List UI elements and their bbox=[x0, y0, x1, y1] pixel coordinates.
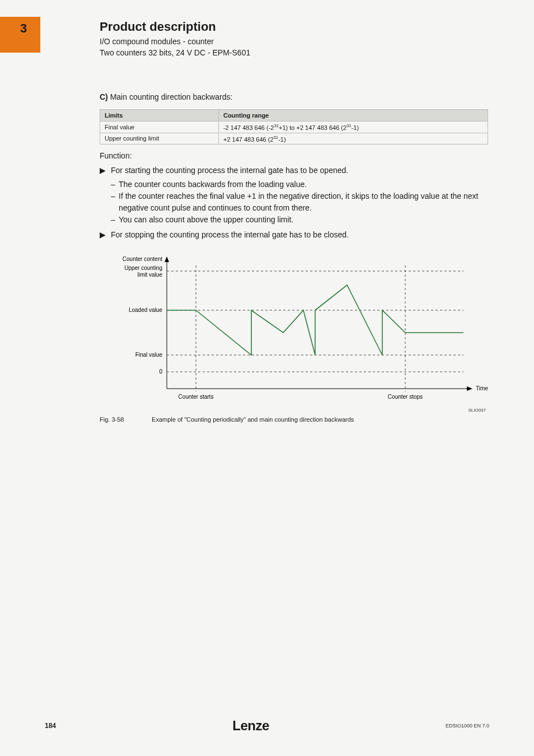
bullet-list: ▶ For starting the counting process the … bbox=[100, 165, 488, 241]
section-c-prefix: C) bbox=[100, 92, 108, 101]
x-axis-title: Time bbox=[476, 385, 488, 391]
page-header: Product description I/O compound modules… bbox=[100, 20, 250, 58]
brand-logo: Lenze bbox=[232, 718, 269, 734]
page-title: Product description bbox=[100, 20, 250, 34]
y-axis-title: Counter content bbox=[123, 256, 162, 262]
page-subtitle-1: I/O compound modules - counter bbox=[100, 36, 250, 48]
x-event-label: Counter stops bbox=[388, 394, 423, 400]
page-number: 184 bbox=[45, 722, 56, 730]
figure-code: SLIO037 bbox=[100, 408, 488, 413]
figure-caption: Fig. 3-58 Example of "Counting periodica… bbox=[100, 416, 488, 423]
chapter-number: 3 bbox=[20, 21, 27, 36]
cell-limit: Upper counting limit bbox=[100, 133, 219, 144]
page-footer: 184 Lenze EDSIO1000 EN 7.0 bbox=[0, 718, 534, 734]
x-event-label: Counter starts bbox=[179, 394, 214, 400]
dash-icon: – bbox=[111, 190, 119, 214]
cell-range: -2 147 483 646 (-231+1) to +2 147 483 64… bbox=[218, 122, 488, 133]
figure-wrap: Counter content Upper counting limit val… bbox=[100, 249, 488, 423]
table-row: Upper counting limit +2 147 483 646 (231… bbox=[100, 133, 488, 144]
y-tick-label: Upper counting bbox=[124, 265, 162, 271]
sub-bullet-text: The counter counts backwards from the lo… bbox=[119, 179, 307, 190]
sub-bullet-text: If the counter reaches the final value +… bbox=[119, 190, 488, 214]
y-tick-label: 0 bbox=[159, 368, 162, 375]
th-range: Counting range bbox=[218, 110, 488, 122]
y-tick-label: limit value bbox=[138, 272, 163, 278]
y-tick-label: Loaded value bbox=[129, 307, 162, 313]
page-subtitle-2: Two counters 32 bits, 24 V DC - EPM-S601 bbox=[100, 48, 250, 59]
counter-chart: Counter content Upper counting limit val… bbox=[100, 249, 488, 405]
main-content: C) Main counting direction backwards: Li… bbox=[100, 92, 488, 423]
sub-bullet-text: You can also count above the upper count… bbox=[119, 214, 293, 226]
svg-marker-3 bbox=[467, 386, 472, 391]
limits-table: Limits Counting range Final value -2 147… bbox=[100, 109, 488, 144]
cell-range: +2 147 483 646 (231-1) bbox=[218, 133, 488, 144]
table-row: Final value -2 147 483 646 (-231+1) to +… bbox=[100, 122, 488, 133]
th-limits: Limits bbox=[100, 110, 219, 122]
triangle-icon: ▶ bbox=[100, 165, 111, 176]
dash-icon: – bbox=[111, 179, 119, 190]
figure-caption-text: Example of "Counting periodically" and m… bbox=[152, 416, 354, 423]
dash-icon: – bbox=[111, 214, 119, 226]
svg-marker-1 bbox=[165, 256, 169, 262]
figure-number: Fig. 3-58 bbox=[100, 416, 150, 423]
section-c-heading: C) Main counting direction backwards: bbox=[100, 92, 488, 101]
function-label: Function: bbox=[100, 151, 488, 160]
triangle-icon: ▶ bbox=[100, 229, 111, 241]
y-tick-label: Final value bbox=[135, 352, 163, 358]
section-c-text: Main counting direction backwards: bbox=[108, 92, 233, 101]
bullet-text: For starting the counting process the in… bbox=[111, 165, 348, 176]
bullet-text: For stopping the counting process the in… bbox=[111, 229, 349, 241]
doc-code: EDSIO1000 EN 7.0 bbox=[446, 723, 489, 729]
cell-limit: Final value bbox=[100, 122, 219, 133]
